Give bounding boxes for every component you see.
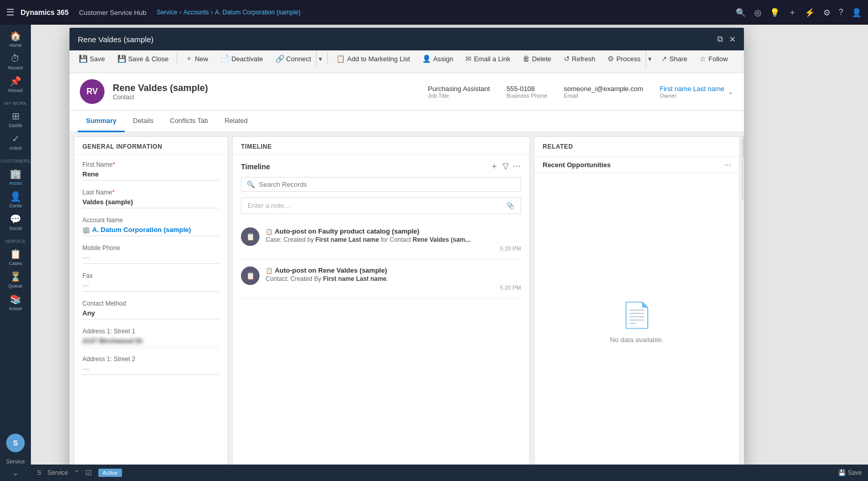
- toolbar-divider-2: [327, 52, 328, 65]
- top-navigation: ☰ Dynamics 365 Customer Service Hub Serv…: [0, 0, 868, 25]
- delete-icon: 🗑: [523, 55, 530, 63]
- connect-button-group: 🔗 Connect ▾: [270, 50, 324, 67]
- mobile-phone-value[interactable]: ---: [82, 254, 219, 264]
- add-marketing-button[interactable]: 📋 Add to Marketing List: [331, 51, 415, 66]
- save-close-button[interactable]: 💾 Save & Close: [112, 51, 174, 66]
- side-tool-edit-btn[interactable]: ✎: [743, 158, 744, 177]
- sidebar-item-home[interactable]: 🏠 Home: [3, 29, 28, 49]
- settings-icon[interactable]: ⚙: [823, 8, 830, 17]
- help-icon[interactable]: ?: [839, 8, 843, 17]
- phone-label: Business Phone: [507, 93, 548, 99]
- timeline-item-avatar-2: 📋: [241, 266, 259, 285]
- plus-icon[interactable]: ＋: [788, 7, 796, 18]
- sidebar-item-knowledge[interactable]: 📚 Knowl: [3, 292, 28, 313]
- more-button[interactable]: ⋯: [74, 69, 91, 73]
- timeline-search-input[interactable]: [259, 181, 515, 188]
- tabs-bar: Summary Details Conflicts Tab Related: [70, 111, 744, 132]
- first-name-value[interactable]: Rene: [82, 170, 219, 181]
- lightbulb-icon[interactable]: 💡: [770, 8, 780, 17]
- opportunities-more-icon[interactable]: ⋯: [724, 161, 731, 169]
- chevron-up-icon[interactable]: ⌃: [74, 469, 79, 476]
- save-button[interactable]: 💾 Save: [74, 51, 110, 66]
- side-tool-expand-btn[interactable]: ⬜: [743, 139, 744, 157]
- last-name-value[interactable]: Valdes (sample): [82, 198, 219, 208]
- search-icon[interactable]: 🔍: [736, 8, 746, 17]
- refresh-button[interactable]: ↺ Refresh: [559, 51, 601, 66]
- entity-type: Contact: [113, 94, 208, 101]
- breadcrumb-accounts[interactable]: Accounts: [183, 9, 209, 16]
- connect-dropdown-arrow[interactable]: ▾: [316, 50, 324, 67]
- copilot-icon[interactable]: ◎: [754, 8, 761, 17]
- owner-chevron-icon[interactable]: ⌄: [727, 87, 734, 96]
- note-input-area[interactable]: Enter a note... 📎: [241, 197, 521, 214]
- sidebar-item-contacts[interactable]: 👤 Conta: [3, 189, 28, 210]
- hamburger-icon[interactable]: ☰: [6, 7, 14, 18]
- timeline-filter-icon[interactable]: ▽: [502, 161, 509, 172]
- entity-name: Rene Valdes (sample): [113, 83, 208, 94]
- tab-related[interactable]: Related: [216, 111, 256, 132]
- opportunities-title: Recent Opportunities: [543, 161, 724, 169]
- sidebar-chevron-icon[interactable]: ⌄: [12, 469, 19, 477]
- address1-street1-value[interactable]: 2137 Birchwood Dr: [82, 337, 219, 347]
- share-button[interactable]: ↗ Share: [656, 51, 692, 66]
- timeline-add-icon[interactable]: ＋: [490, 161, 498, 172]
- owner-field: First name Last name Owner ⌄: [659, 85, 734, 99]
- sidebar-item-accounts[interactable]: 🏢 Accou: [3, 167, 28, 187]
- share-icon: ↗: [661, 55, 667, 63]
- contact-method-value[interactable]: Any: [82, 309, 219, 319]
- user-icon[interactable]: 👤: [852, 8, 862, 17]
- connect-button[interactable]: 🔗 Connect: [270, 51, 316, 66]
- save-icon: 💾: [79, 55, 88, 63]
- status-bar: S Service ⌃ ☑ Active 💾 Save: [31, 465, 868, 481]
- tab-details[interactable]: Details: [125, 111, 162, 132]
- attachment-icon[interactable]: 📎: [506, 202, 514, 209]
- filter-icon[interactable]: ⚡: [805, 8, 815, 17]
- timeline-item-2-content: 📋 Auto-post on Rene Valdes (sample) Cont…: [266, 266, 521, 291]
- user-avatar-sidebar[interactable]: S: [6, 434, 25, 452]
- no-data-area: 📄 No data available.: [534, 173, 739, 471]
- case-icon: 📋: [246, 233, 255, 241]
- address1-street2-value[interactable]: ---: [82, 365, 219, 375]
- case-link-icon: 📋: [266, 228, 273, 235]
- search-icon: 🔍: [247, 181, 255, 188]
- post-icon: 📋: [246, 272, 255, 280]
- restore-icon[interactable]: ⧉: [717, 34, 723, 44]
- connect-icon: 🔗: [275, 55, 284, 63]
- mobile-phone-label: Mobile Phone: [82, 244, 219, 252]
- timeline-item-2-title: 📋 Auto-post on Rene Valdes (sample): [266, 266, 521, 274]
- breadcrumb-record[interactable]: A. Datum Corporation (sample): [215, 9, 301, 16]
- side-tool-list-btn[interactable]: ☰: [743, 178, 744, 197]
- sidebar-item-social[interactable]: 💬 Social: [3, 212, 28, 233]
- email-link-button[interactable]: ✉ Email a Link: [460, 51, 515, 66]
- breadcrumb-service[interactable]: Service: [157, 9, 177, 16]
- delete-button[interactable]: 🗑 Delete: [517, 51, 557, 66]
- top-nav-actions: 🔍 ◎ 💡 ＋ ⚡ ⚙ ? 👤: [736, 7, 862, 18]
- tab-summary[interactable]: Summary: [78, 111, 125, 132]
- tab-conflicts[interactable]: Conflicts Tab: [162, 111, 216, 132]
- new-button[interactable]: ＋ New: [180, 51, 213, 66]
- owner-label: Owner: [659, 93, 724, 99]
- sidebar-item-dashboard[interactable]: ⊞ Dashb: [3, 109, 28, 130]
- deactivate-button[interactable]: 📄 Deactivate: [215, 51, 268, 66]
- process-button[interactable]: ⚙ Process: [602, 51, 646, 66]
- follow-button[interactable]: ☆ Follow: [695, 51, 733, 66]
- process-dropdown-arrow[interactable]: ▾: [646, 50, 654, 67]
- sidebar-item-cases[interactable]: 📋 Cases: [3, 247, 28, 268]
- sidebar-item-recent[interactable]: ⏱ Recent: [3, 51, 28, 72]
- owner-value[interactable]: First name Last name: [659, 85, 724, 93]
- sidebar-item-activities[interactable]: ✓ Activit: [3, 132, 28, 152]
- checkin-icon[interactable]: ☑: [85, 469, 92, 477]
- account-name-value[interactable]: 🏢 A. Datum Corporation (sample): [82, 226, 219, 236]
- timeline-search-box: 🔍: [241, 177, 521, 192]
- close-icon[interactable]: ✕: [729, 34, 736, 44]
- queues-icon: ⏳: [10, 271, 21, 282]
- service-label: Service: [5, 239, 25, 244]
- right-column: RELATED Recent Opportunities ⋯ 📄 No data…: [534, 136, 740, 471]
- sidebar-item-pinned[interactable]: 📌 Pinned: [3, 74, 28, 95]
- save-status-btn[interactable]: 💾 Save: [838, 469, 862, 476]
- timeline-more-icon[interactable]: ⋯: [513, 161, 521, 172]
- sidebar-item-queues[interactable]: ⏳ Queue: [3, 270, 28, 290]
- timeline-item-avatar-1: 📋: [241, 227, 259, 246]
- assign-button[interactable]: 👤 Assign: [417, 51, 458, 66]
- fax-value[interactable]: ---: [82, 281, 219, 292]
